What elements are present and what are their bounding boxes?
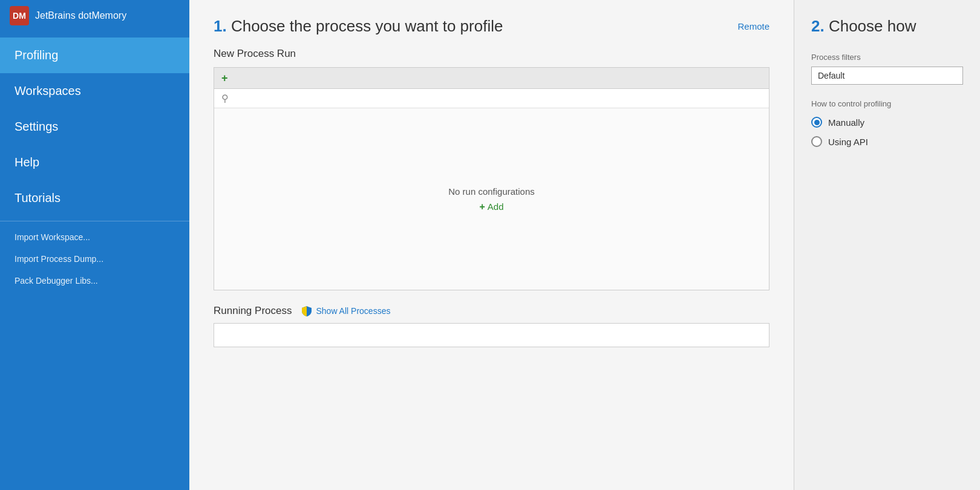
svg-text:DM: DM	[13, 11, 26, 21]
process-list-container: + ⚲ No run configurations + Add	[214, 67, 769, 290]
process-filters-label: Process filters	[811, 53, 963, 62]
search-bar: ⚲	[214, 89, 769, 108]
no-configs-area: No run configurations + Add	[214, 108, 769, 290]
radio-manually[interactable]	[811, 117, 822, 128]
sidebar-divider	[0, 221, 189, 221]
no-configs-text: No run configurations	[448, 186, 535, 197]
app-logo-icon: DM	[10, 6, 29, 25]
sidebar-item-workspaces[interactable]: Workspaces	[0, 73, 189, 109]
import-workspace-link[interactable]: Import Workspace...	[0, 226, 189, 248]
new-process-section-title: New Process Run	[214, 48, 769, 60]
add-config-icon: +	[221, 73, 228, 83]
pack-debugger-libs-link[interactable]: Pack Debugger Libs...	[0, 270, 189, 292]
step2-title: 2. Choose how	[811, 17, 963, 36]
step1-header: 1. Choose the process you want to profil…	[189, 0, 794, 48]
add-link-label: Add	[488, 201, 504, 212]
add-config-link[interactable]: + Add	[479, 201, 503, 212]
control-profiling-label: How to control profiling	[811, 99, 963, 108]
show-all-processes-button[interactable]: Show All Processes	[301, 305, 390, 316]
process-filters-dropdown[interactable]: Default	[811, 67, 963, 85]
sidebar-item-help[interactable]: Help	[0, 145, 189, 180]
running-process-label: Running Process	[214, 305, 292, 317]
import-process-dump-link[interactable]: Import Process Dump...	[0, 248, 189, 270]
sidebar-nav: Profiling Workspaces Settings Help Tutor…	[0, 38, 189, 490]
radio-manually-label: Manually	[828, 117, 864, 128]
add-config-bar[interactable]: +	[214, 68, 769, 89]
show-all-label: Show All Processes	[316, 306, 390, 316]
add-link-icon: +	[479, 201, 485, 212]
radio-using-api-label: Using API	[828, 137, 868, 147]
right-panel: 2. Choose how Process filters Default Ho…	[794, 0, 980, 490]
running-process-section: Running Process Show All Processes	[214, 305, 769, 317]
radio-option-manually[interactable]: Manually	[811, 117, 963, 128]
step1-number: 1.	[214, 17, 227, 35]
running-process-table	[214, 323, 769, 347]
shield-icon	[301, 305, 312, 316]
sidebar-item-tutorials[interactable]: Tutorials	[0, 180, 189, 216]
main-content: 1. Choose the process you want to profil…	[189, 0, 794, 490]
sidebar-item-settings[interactable]: Settings	[0, 109, 189, 145]
radio-option-using-api[interactable]: Using API	[811, 136, 963, 147]
app-title: JetBrains dotMemory	[35, 10, 126, 21]
sidebar-item-profiling[interactable]: Profiling	[0, 38, 189, 73]
main-body: New Process Run + ⚲ No run configuration…	[189, 48, 794, 490]
app-header: DM JetBrains dotMemory	[0, 0, 189, 31]
remote-link[interactable]: Remote	[737, 21, 769, 31]
sidebar: DM JetBrains dotMemory Profiling Workspa…	[0, 0, 189, 490]
search-icon: ⚲	[221, 93, 229, 104]
step1-title: 1. Choose the process you want to profil…	[214, 17, 503, 36]
radio-using-api[interactable]	[811, 136, 822, 147]
search-input[interactable]	[234, 94, 762, 103]
